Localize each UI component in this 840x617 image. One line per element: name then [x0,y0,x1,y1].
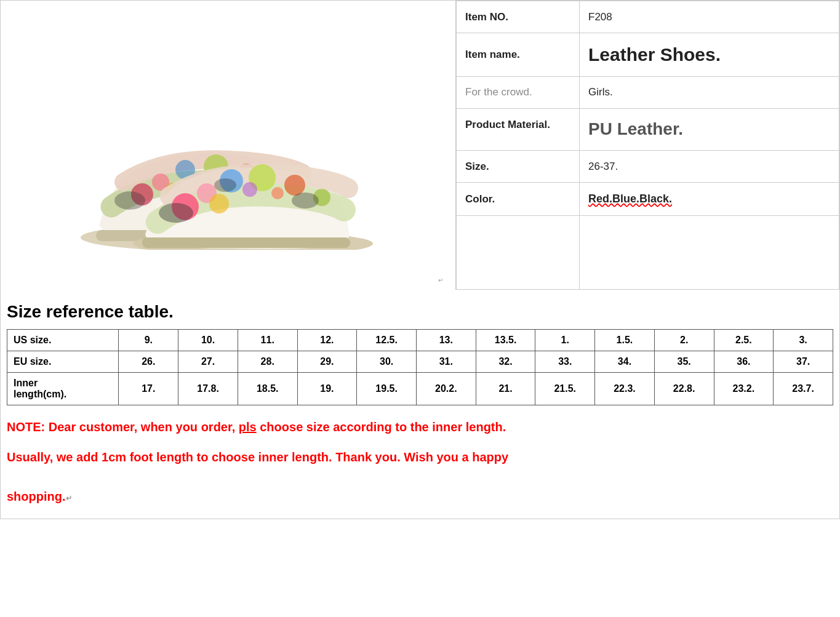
svg-point-9 [114,191,145,210]
note-1-pls: pls [239,420,257,434]
svg-point-22 [159,203,193,223]
crowd-row: For the crowd. Girls. [457,76,839,108]
svg-point-20 [242,182,257,197]
empty-label-cell [457,216,580,290]
us-size-13-5: 13.5. [476,330,535,351]
us-size-12: 12. [297,330,357,351]
us-size-13: 13. [417,330,476,351]
us-size-12-5: 12.5. [357,330,417,351]
empty-value-cell [580,216,839,290]
eu-size-label: EU size. [7,351,119,373]
inner-21: 21. [476,373,535,405]
inner-22-3: 22.3. [595,373,655,405]
eu-size-row: EU size. 26. 27. 28. 29. 30. 31. 32. 33.… [7,351,833,373]
inner-23-2: 23.2. [714,373,774,405]
eu-36: 36. [714,351,774,373]
inner-22-8: 22.8. [654,373,714,405]
product-image-area: ↵ [1,1,456,290]
svg-point-21 [271,187,284,199]
item-no-value: F208 [580,1,839,33]
us-size-label: US size. [7,330,119,351]
us-size-11: 11. [238,330,297,351]
material-row: Product Material. PU Leather. [457,109,839,151]
inner-23-7: 23.7. [774,373,833,405]
us-size-9: 9. [119,330,178,351]
size-reference-section: Size reference table. US size. 9. 10. 11… [0,290,840,519]
us-size-1-5: 1.5. [595,330,655,351]
item-name-value: Leather Shoes. [580,33,839,76]
eu-27: 27. [178,351,238,373]
eu-30: 30. [357,351,417,373]
us-size-3: 3. [774,330,833,351]
svg-point-24 [214,178,236,192]
us-size-row: US size. 9. 10. 11. 12. 12.5. 13. 13.5. … [7,330,833,351]
item-no-row: Item NO. F208 [457,1,839,33]
note-2: Usually, we add 1cm foot length to choos… [7,447,833,506]
material-value: PU Leather. [580,109,839,151]
material-text: PU Leather. [588,119,683,138]
inner-length-label: Innerlength(cm). [7,373,119,405]
product-image [50,41,407,250]
item-name-row: Item name. Leather Shoes. [457,33,839,76]
eu-29: 29. [297,351,357,373]
eu-33: 33. [535,351,595,373]
eu-31: 31. [417,351,476,373]
size-reference-table: US size. 9. 10. 11. 12. 12.5. 13. 13.5. … [7,329,833,405]
us-size-1: 1. [535,330,595,351]
size-row: Size. 26-37. [457,150,839,182]
top-section: ↵ Item NO. F208 Item name. Leather Shoes… [0,0,840,290]
svg-point-23 [292,193,319,209]
svg-point-17 [284,175,305,196]
product-info-panel: Item NO. F208 Item name. Leather Shoes. … [456,1,839,290]
inner-21-5: 21.5. [535,373,595,405]
eu-37: 37. [774,351,833,373]
inner-18-5: 18.5. [238,373,297,405]
color-value: Red.Blue.Black. [580,183,839,216]
size-table-title: Size reference table. [7,302,833,322]
eu-35: 35. [654,351,714,373]
svg-point-19 [209,194,229,213]
inner-length-row: Innerlength(cm). 17. 17.8. 18.5. 19. 19.… [7,373,833,405]
edit-cursor: ↵ [438,277,443,284]
color-row: Color. Red.Blue.Black. [457,183,839,216]
inner-19-5: 19.5. [357,373,417,405]
crowd-label: For the crowd. [457,76,580,108]
item-name-text: Leather Shoes. [588,44,721,65]
inner-17-8: 17.8. [178,373,238,405]
material-label: Product Material. [457,109,580,151]
item-name-label: Item name. [457,33,580,76]
product-info-table: Item NO. F208 Item name. Leather Shoes. … [456,1,839,290]
eu-26: 26. [119,351,178,373]
size-label: Size. [457,150,580,182]
size-value: 26-37. [580,150,839,182]
note-1: NOTE: Dear customer, when you order, pls… [7,418,833,436]
us-size-2: 2. [654,330,714,351]
empty-row [457,216,839,290]
item-no-label: Item NO. [457,1,580,33]
inner-17: 17. [119,373,178,405]
svg-rect-25 [142,237,350,248]
crowd-value: Girls. [580,76,839,108]
eu-28: 28. [238,351,297,373]
inner-19: 19. [297,373,357,405]
eu-34: 34. [595,351,655,373]
note-cursor: ↵ [66,494,72,503]
color-text: Red.Blue.Black. [588,193,672,205]
inner-20-2: 20.2. [417,373,476,405]
us-size-10: 10. [178,330,238,351]
eu-32: 32. [476,351,535,373]
us-size-2-5: 2.5. [714,330,774,351]
color-label: Color. [457,183,580,216]
